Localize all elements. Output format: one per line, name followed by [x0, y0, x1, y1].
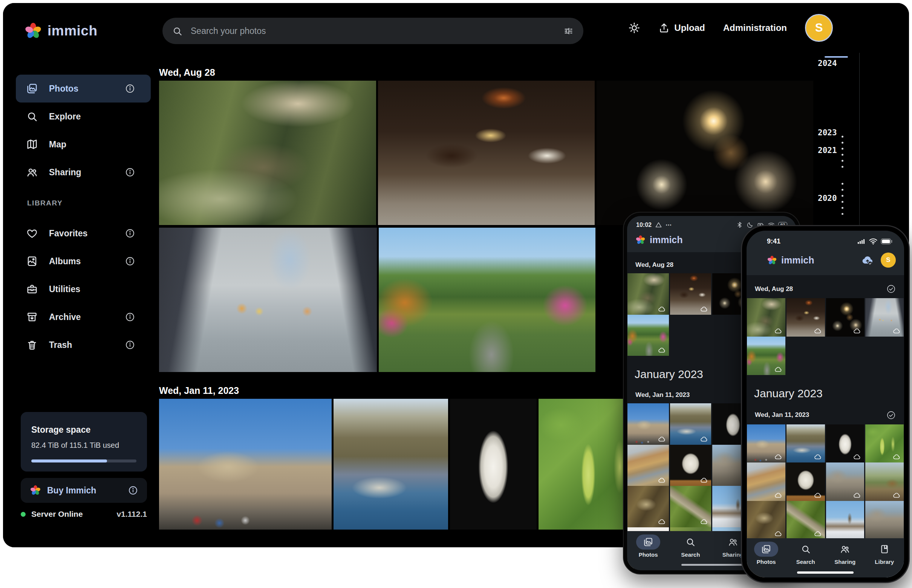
sidebar-item-label: Utilities	[49, 284, 80, 294]
theme-toggle-sun-icon[interactable]	[628, 22, 640, 34]
info-icon[interactable]	[125, 167, 135, 177]
sidebar-item-sharing[interactable]: Sharing	[16, 158, 151, 186]
photo-thumbnail-lizard2[interactable]	[786, 501, 825, 540]
photo-thumbnail-lizard2[interactable]	[670, 486, 712, 527]
scrubber-year-2024[interactable]: 2024	[818, 59, 837, 68]
backup-cloud-icon[interactable]	[861, 254, 874, 266]
photo-thumbnail-dinner[interactable]	[378, 81, 595, 225]
photo-thumbnail-bust[interactable]	[450, 399, 537, 530]
photo-thumbnail-castle[interactable]	[159, 399, 332, 530]
date-label: Wed, Aug 28	[635, 261, 673, 269]
sidebar-item-label: Explore	[49, 111, 81, 122]
scrubber-year-2020[interactable]: 2020	[818, 194, 837, 203]
brand-name: immich	[650, 234, 683, 246]
scrubber-year-2023[interactable]: 2023	[818, 128, 837, 137]
photo-thumbnail-beach[interactable]	[628, 445, 669, 486]
select-all-check-icon[interactable]	[886, 284, 896, 294]
photo-thumbnail-dinner[interactable]	[670, 273, 712, 315]
upload-label: Upload	[674, 23, 705, 33]
sidebar-item-trash[interactable]: Trash	[16, 331, 151, 359]
administration-link[interactable]: Administration	[723, 23, 787, 33]
photo-thumbnail-coast[interactable]	[786, 425, 825, 463]
sidebar-item-utilities[interactable]: Utilities	[16, 275, 151, 303]
info-icon[interactable]	[125, 340, 135, 350]
info-icon[interactable]	[125, 228, 135, 238]
user-avatar[interactable]: S	[881, 252, 896, 268]
photo-thumbnail-lizard1[interactable]	[747, 501, 785, 540]
search-bar[interactable]	[162, 18, 583, 44]
date-label: Wed, Jan 11, 2023	[755, 411, 809, 419]
search-icon	[686, 537, 695, 547]
photo-thumbnail-park[interactable]	[379, 228, 596, 372]
photo-thumbnail-park[interactable]	[747, 337, 785, 375]
info-icon[interactable]	[125, 312, 135, 322]
photo-thumbnail-zoo[interactable]	[159, 81, 376, 225]
photo-thumbnail-farm[interactable]	[865, 462, 904, 501]
photo-thumbnail-coast[interactable]	[670, 403, 712, 445]
sidebar-item-favorites[interactable]: Favorites	[16, 220, 151, 247]
cloud-sync-icon	[657, 435, 666, 443]
photo-thumbnail-dinner[interactable]	[786, 298, 825, 337]
photo-thumbnail-ruins[interactable]	[826, 462, 865, 501]
tab-photos[interactable]: Photos	[747, 542, 786, 577]
sidebar-item-photos[interactable]: Photos	[16, 74, 151, 103]
photo-thumbnail-sculpt[interactable]	[786, 462, 825, 501]
info-icon[interactable]	[125, 84, 135, 94]
heart-icon	[26, 228, 38, 239]
info-icon[interactable]	[125, 256, 135, 266]
notification-triangle-icon	[655, 221, 662, 228]
photo-thumbnail-fireworks[interactable]	[826, 298, 865, 337]
photo-thumbnail-sculpt[interactable]	[670, 445, 712, 486]
sidebar-item-archive[interactable]: Archive	[16, 303, 151, 331]
photo-thumbnail-lizard1[interactable]	[628, 486, 669, 527]
photo-thumbnail-zoo[interactable]	[628, 273, 669, 315]
sidebar-item-label: Sharing	[49, 167, 81, 178]
photo-thumbnail-church[interactable]	[826, 501, 865, 540]
tab-library[interactable]: Library	[865, 542, 904, 577]
iphone-clock: 9:41	[767, 237, 780, 246]
photo-thumbnail-castle[interactable]	[628, 403, 669, 445]
scrubber-position-line[interactable]	[825, 56, 848, 58]
sidebar-item-explore[interactable]: Explore	[16, 103, 151, 131]
immich-logo[interactable]: immich	[24, 22, 98, 40]
photo-thumbnail-zoo[interactable]	[747, 298, 785, 337]
photo-thumbnail-bust[interactable]	[826, 425, 865, 463]
buy-immich-button[interactable]: Buy Immich	[21, 478, 147, 503]
scrubber-dot	[841, 195, 843, 197]
cloud-sync-icon	[774, 530, 783, 538]
info-icon[interactable]	[128, 485, 138, 495]
iphone-app-bar: immich S	[747, 246, 904, 275]
albums-icon	[26, 255, 38, 267]
photo-thumbnail-beach[interactable]	[747, 462, 785, 501]
sidebar-nav: PhotosExploreMapSharingLIBRARYFavoritesA…	[3, 53, 155, 359]
photo-thumbnail-castle[interactable]	[747, 425, 785, 463]
select-all-check-icon[interactable]	[886, 410, 896, 420]
scrubber-dot	[841, 201, 843, 203]
user-avatar[interactable]: S	[805, 14, 833, 42]
photo-thumbnail-hands[interactable]	[159, 228, 377, 372]
search-filter-icon[interactable]	[563, 26, 574, 36]
home-indicator[interactable]	[681, 564, 743, 566]
search-icon	[801, 544, 810, 554]
sidebar-item-label: Map	[49, 139, 66, 150]
home-indicator[interactable]	[797, 572, 854, 573]
tab-photos[interactable]: Photos	[627, 535, 669, 570]
cloud-sync-icon	[813, 491, 822, 499]
storage-progress-track	[31, 459, 136, 462]
archive-icon	[26, 311, 38, 323]
photo-thumbnail-berries[interactable]	[865, 425, 904, 463]
cloud-sync-icon	[774, 327, 783, 335]
photos-icon	[643, 537, 653, 547]
upload-button[interactable]: Upload	[659, 22, 705, 34]
cloud-sync-icon	[852, 453, 862, 460]
scrubber-year-2021[interactable]: 2021	[818, 146, 837, 155]
photo-thumbnail-hands[interactable]	[865, 298, 904, 337]
photo-thumbnail-park[interactable]	[628, 315, 669, 356]
sidebar-item-map[interactable]: Map	[16, 131, 151, 158]
sidebar-item-albums[interactable]: Albums	[16, 247, 151, 275]
search-input[interactable]	[190, 26, 556, 37]
photo-thumbnail-coast[interactable]	[334, 399, 448, 530]
photo-thumbnail-ruins[interactable]	[865, 501, 904, 540]
photo-thumbnail-fireworks[interactable]	[597, 81, 813, 225]
scrubber-dot	[841, 207, 843, 209]
